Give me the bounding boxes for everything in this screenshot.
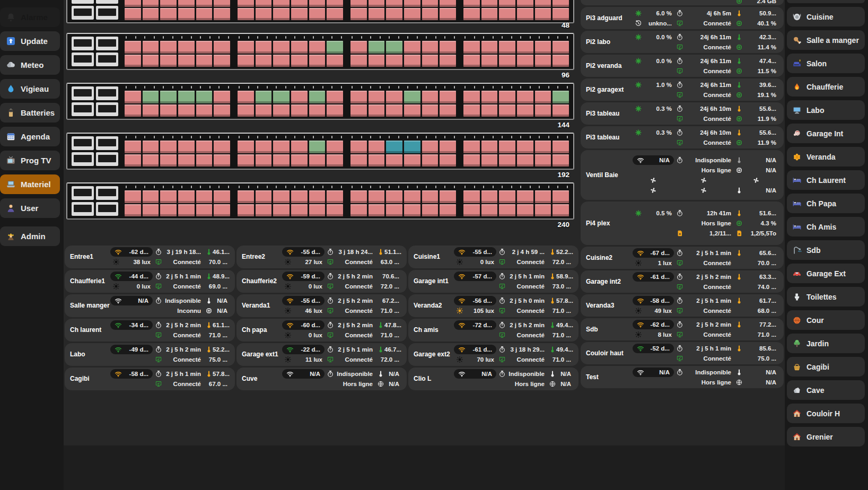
room-button-salon[interactable]: Salon — [787, 54, 865, 73]
device-tile[interactable]: Pi3 tableau0.3 %24j 6h 10m55.6...Connect… — [581, 126, 784, 148]
switch-port — [481, 0, 498, 7]
fan-icon — [752, 177, 760, 184]
switch-port — [481, 104, 498, 117]
room-button-partial[interactable] — [787, 0, 865, 3]
sun-icon — [112, 258, 120, 266]
sensor-tile[interactable]: Ch amis-72 d...2 j 5 h 2 min49.4...Conne… — [408, 319, 578, 342]
drumstick-icon — [792, 36, 802, 45]
sidebar-item-batteries[interactable]: Batteries — [0, 103, 60, 122]
signal-pill: -62 d... — [110, 247, 153, 257]
sensor-tile[interactable]: Cuisine1-55 d...2 j 4 h 59 ...52.2...0 l… — [408, 246, 578, 268]
sidebar-item-admin[interactable]: Admin — [0, 226, 60, 246]
room-button-cave[interactable]: Cave — [787, 380, 865, 400]
metric-value: 55.6... — [759, 106, 776, 112]
metric-value: 27 lux — [305, 259, 322, 265]
sensor-tile[interactable]: Veranda2-56 d...2 j 5 h 0 min57.8...105 … — [408, 294, 578, 317]
port-labels — [350, 86, 456, 90]
sensor-tile[interactable]: Garage int1-57 d...2 j 5 h 1 min58.9...C… — [408, 270, 578, 293]
switch-rack-image[interactable]: 4896144192240 — [66, 0, 574, 232]
sensor-tile[interactable]: Garage ext2-61 d...3 j 18 h 29...49.4...… — [408, 343, 578, 366]
sensor-tile[interactable]: TestN/AIndisponibleN/AHors ligneN/A — [581, 366, 784, 388]
left-sidebar: AlarmeUpdateMeteoVigieauBatteriesAgendaP… — [0, 0, 64, 490]
room-button-ch-laurent[interactable]: Ch Laurent — [787, 170, 865, 190]
port-group — [125, 136, 230, 167]
timer-metric: 2 j 5 h 1 min — [153, 273, 203, 280]
tile-name: Garage ext2 — [414, 351, 454, 358]
room-button-toilettes[interactable]: Toilettes — [787, 287, 865, 307]
switch-port — [291, 55, 308, 67]
thermo-icon — [735, 57, 743, 65]
sidebar-item-agenda[interactable]: Agenda — [0, 127, 60, 146]
sensor-tile[interactable]: Salle mangerN/AIndisponibleN/AInconnuN/A — [65, 294, 235, 317]
monitor-icon — [327, 283, 334, 290]
device-tile[interactable]: Pi3 tableau0.3 %24j 6h 10m55.6...Connect… — [581, 102, 784, 125]
sidebar-item-meteo[interactable]: Meteo — [0, 55, 60, 75]
sensor-tile[interactable]: Sdb-62 d...2 j 5 h 2 min77.2...8 luxConn… — [581, 318, 784, 340]
sensor-tile[interactable]: CuveN/AIndisponibleN/AHors ligneN/A — [236, 368, 407, 390]
sensor-tile[interactable]: Garage int2-61 d...2 j 5 h 2 min63.3...C… — [581, 270, 784, 293]
sensor-tile[interactable]: Clio LN/AIndisponibleN/AHors ligneN/A — [408, 368, 578, 390]
sidebar-item-update[interactable]: Update — [0, 31, 60, 51]
sidebar-item-vigieau[interactable]: Vigieau — [0, 79, 60, 99]
room-button-salle-a-manger[interactable]: Salle a manger — [787, 30, 865, 50]
flower-icon — [792, 152, 802, 162]
tile-name: Ch laurent — [70, 327, 110, 334]
sensor-tile[interactable]: Ch laurent-34 d...2 j 5 h 2 min61.1...Co… — [65, 319, 235, 342]
sidebar-item-alarme[interactable]: Alarme — [0, 7, 60, 27]
room-button-label: Veranda — [806, 153, 835, 161]
room-button-ch-papa[interactable]: Ch Papa — [787, 194, 865, 213]
room-button-sdb[interactable]: Sdb — [787, 240, 865, 260]
room-button-cour[interactable]: Cour — [787, 310, 865, 330]
text-metric: 69.0 ... — [203, 283, 230, 290]
device-tile[interactable]: Pi2 garagext1.0 %24j 6h 11m39.6...Connec… — [581, 78, 784, 101]
sidebar-item-label: Prog TV — [21, 156, 51, 165]
room-button-garage-int[interactable]: Garage Int — [787, 124, 865, 143]
room-button-jardin[interactable]: Jardin — [787, 334, 865, 353]
device-tile[interactable]: Pi2 veranda0.0 %24j 6h 11m47.4...Connect… — [581, 55, 784, 77]
device-tile[interactable]: Ventil BaieN/AIndisponibleN/AHors ligneN… — [581, 150, 784, 200]
device-tile[interactable]: Pi4 plex0.5 %12h 41m51.6...Hors ligne4.3… — [581, 202, 784, 245]
monitor-metric: Connecté — [496, 283, 547, 290]
text-metric: Inconnu — [153, 308, 203, 314]
monitor-metric: Connecté — [674, 283, 733, 291]
room-button-cagibi[interactable]: Cagibi — [787, 357, 865, 377]
switch-port — [386, 141, 402, 153]
sensor-tile[interactable]: Chaufferie2-59 d...2 j 5 h 2 min70.6...0… — [236, 270, 407, 293]
thermo-icon — [735, 105, 743, 112]
room-button-labo[interactable]: Labo — [787, 100, 865, 120]
room-button-cuisine[interactable]: Cuisine — [787, 7, 865, 27]
switch-port — [386, 154, 402, 167]
sensor-tile[interactable]: Couloir haut-52 d...2 j 5 h 1 min85.6...… — [581, 342, 784, 364]
sensor-tile[interactable]: Veranda1-55 d...2 j 5 h 2 min67.2...46 l… — [236, 294, 407, 317]
sidebar-item-materiel[interactable]: Materiel — [0, 174, 60, 194]
device-tile[interactable]: 2.4 GB — [581, 0, 784, 5]
sensor-tile[interactable]: Cuisine2-67 d...2 j 5 h 1 min65.6...1 lu… — [581, 247, 784, 269]
sidebar-item-prog-tv[interactable]: Prog TV — [0, 151, 60, 170]
sidebar-item-user[interactable]: User — [0, 198, 60, 218]
metric-value: 58.9... — [556, 273, 573, 279]
timer-metric: 24j 6h 11m — [674, 33, 733, 41]
metric-value: -22 d... — [301, 346, 320, 353]
timer-icon — [676, 10, 683, 17]
sensor-tile[interactable]: Labo-49 d...2 j 5 h 2 min52.2...Connecté… — [65, 343, 235, 366]
room-button-chaufferie[interactable]: Chaufferie — [787, 77, 865, 97]
sfp-cage — [96, 102, 118, 116]
sensor-tile[interactable]: Cagibi-58 d...2 j 5 h 1 min57.8...Connec… — [65, 368, 235, 390]
sensor-tile[interactable]: Ch papa-60 d...2 j 5 h 2 min47.8...0 lux… — [236, 319, 407, 342]
room-button-couloir-h[interactable]: Couloir H — [787, 404, 865, 423]
globe-icon — [735, 379, 743, 386]
sensor-tile[interactable]: Veranda3-58 d...2 j 5 h 1 min61.7...49 l… — [581, 294, 784, 317]
room-button-garage-ext[interactable]: Garage Ext — [787, 264, 865, 283]
device-tile[interactable]: Pi3 adguard6.0 %4j 6h 5m50.9...unkno...C… — [581, 7, 784, 29]
sensor-tile[interactable]: Entree2-55 d...3 j 18 h 24...51.1...27 l… — [236, 246, 407, 268]
room-button-veranda[interactable]: Veranda — [787, 147, 865, 167]
sensor-tile[interactable]: Chaufferie1-44 d...2 j 5 h 1 min48.9...0… — [65, 270, 235, 293]
sensor-tile[interactable]: Garage ext1-22 d...2 j 5 h 1 min46.7...1… — [236, 343, 407, 366]
metric-value: 63.0 ... — [381, 259, 399, 265]
sensor-tile[interactable]: Entree1-62 d...3 j 19 h 18...46.1...38 l… — [65, 246, 235, 268]
room-button-grenier[interactable]: Grenier — [787, 427, 865, 447]
room-button-ch-amis[interactable]: Ch Amis — [787, 217, 865, 237]
metric-value: 57.8... — [213, 371, 230, 377]
device-tile[interactable]: Pi2 labo0.0 %24j 6h 11m42.3...Connecté11… — [581, 31, 784, 53]
metric-value: 0 lux — [137, 283, 151, 290]
